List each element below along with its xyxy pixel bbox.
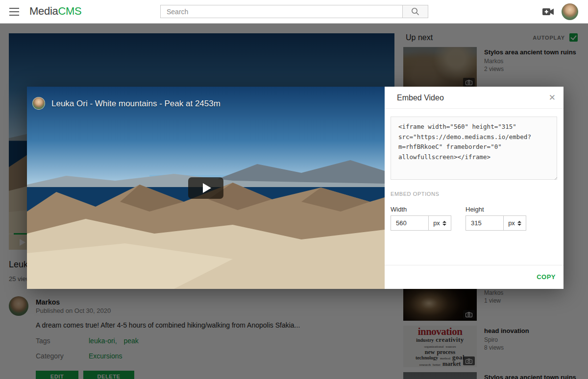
width-input[interactable] [391,215,429,231]
mediacms-logo[interactable]: MediaCMS [29,5,81,18]
width-label: Width [391,206,407,213]
resize-handle-icon[interactable] [553,175,557,180]
search-bar [160,5,428,18]
height-label: Height [466,206,484,213]
height-input[interactable] [466,215,504,231]
modal-footer: COPY [385,265,564,289]
preview-video-title[interactable]: Leuka Ori - White mountains - Peak at 24… [51,99,220,109]
modal-title: Embed Video [397,94,444,102]
top-header: MediaCMS [0,0,588,24]
modal-header: Embed Video ✕ [385,87,564,109]
user-avatar[interactable] [562,3,578,20]
mediacms-page: Leuka Ori - White mountains - Peak at 24… [0,0,588,379]
height-unit-select[interactable]: px [503,215,526,231]
menu-icon[interactable] [9,8,19,16]
search-input[interactable] [161,5,402,18]
spinner-arrows-icon [442,221,446,226]
channel-avatar[interactable] [32,97,45,110]
search-button[interactable] [402,5,428,18]
width-control: px [391,215,451,231]
logo-text-cms: CMS [58,5,81,17]
close-icon[interactable]: ✕ [549,93,556,103]
embed-options-label: EMBED OPTIONS [391,191,439,197]
embed-video-modal: Embed Video ✕ <iframe width="560" height… [385,87,564,289]
copy-button[interactable]: COPY [537,273,556,281]
spinner-arrows-icon [517,221,521,226]
height-control: px [466,215,526,231]
unit-label: px [508,219,515,227]
video-preview[interactable]: Leuka Ori - White mountains - Peak at 24… [27,87,385,289]
upload-video-icon[interactable] [542,8,554,16]
width-unit-select[interactable]: px [428,215,451,231]
play-button[interactable] [188,177,223,199]
embed-video-popup: Leuka Ori - White mountains - Peak at 24… [27,87,564,289]
embed-code-textarea[interactable]: <iframe width="560" height="315" src="ht… [391,117,557,180]
search-icon [411,7,419,16]
unit-label: px [433,219,440,227]
logo-text-media: Media [29,5,58,17]
